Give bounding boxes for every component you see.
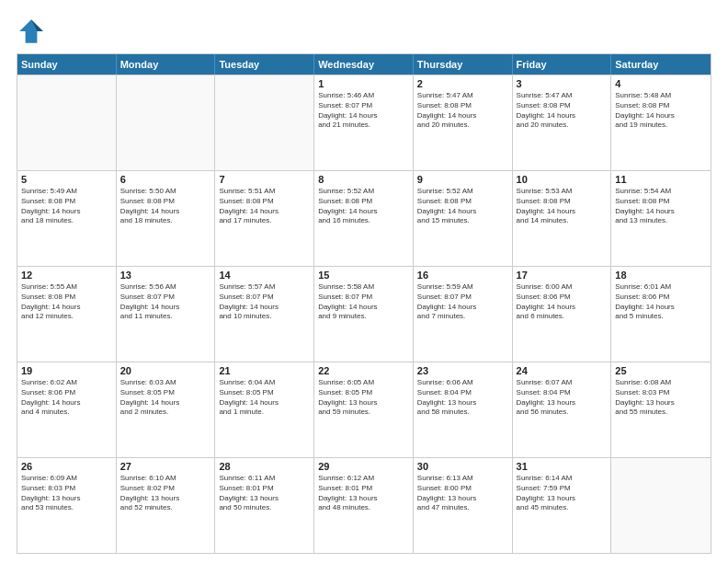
day-info: Sunrise: 6:00 AM Sunset: 8:06 PM Dayligh… <box>517 282 608 322</box>
calendar-body: 1Sunrise: 5:46 AM Sunset: 8:07 PM Daylig… <box>17 75 711 553</box>
header-day-wednesday: Wednesday <box>314 54 414 75</box>
day-number: 17 <box>517 270 608 281</box>
day-number: 12 <box>21 270 112 281</box>
calendar-day-2: 2Sunrise: 5:47 AM Sunset: 8:08 PM Daylig… <box>414 75 513 170</box>
day-number: 11 <box>615 174 707 185</box>
day-info: Sunrise: 5:58 AM Sunset: 8:07 PM Dayligh… <box>318 282 409 322</box>
day-info: Sunrise: 6:10 AM Sunset: 8:02 PM Dayligh… <box>120 474 211 513</box>
day-number: 3 <box>517 78 608 89</box>
day-number: 27 <box>120 461 211 472</box>
day-info: Sunrise: 6:01 AM Sunset: 8:06 PM Dayligh… <box>615 282 707 322</box>
calendar-day-5: 5Sunrise: 5:49 AM Sunset: 8:08 PM Daylig… <box>17 171 117 266</box>
day-number: 16 <box>417 270 508 281</box>
day-info: Sunrise: 6:11 AM Sunset: 8:01 PM Dayligh… <box>219 474 310 513</box>
calendar-header: SundayMondayTuesdayWednesdayThursdayFrid… <box>17 54 711 75</box>
day-number: 26 <box>21 461 112 472</box>
day-number: 19 <box>21 365 112 376</box>
calendar-day-3: 3Sunrise: 5:47 AM Sunset: 8:08 PM Daylig… <box>513 75 612 170</box>
day-number: 4 <box>615 78 707 89</box>
calendar-day-22: 22Sunrise: 6:05 AM Sunset: 8:05 PM Dayli… <box>314 362 414 457</box>
day-number: 23 <box>417 365 508 376</box>
header <box>17 17 711 46</box>
day-number: 2 <box>417 78 508 89</box>
day-info: Sunrise: 5:52 AM Sunset: 8:08 PM Dayligh… <box>318 187 409 226</box>
calendar-day-empty <box>117 75 216 170</box>
header-day-thursday: Thursday <box>414 54 513 75</box>
calendar-day-13: 13Sunrise: 5:56 AM Sunset: 8:07 PM Dayli… <box>117 267 216 362</box>
calendar-day-25: 25Sunrise: 6:08 AM Sunset: 8:03 PM Dayli… <box>611 362 711 457</box>
calendar-day-16: 16Sunrise: 5:59 AM Sunset: 8:07 PM Dayli… <box>414 267 513 362</box>
day-info: Sunrise: 5:57 AM Sunset: 8:07 PM Dayligh… <box>219 282 310 322</box>
day-number: 28 <box>219 461 310 472</box>
day-number: 22 <box>318 365 409 376</box>
day-info: Sunrise: 6:07 AM Sunset: 8:04 PM Dayligh… <box>517 378 608 418</box>
day-info: Sunrise: 6:09 AM Sunset: 8:03 PM Dayligh… <box>21 474 112 513</box>
day-info: Sunrise: 5:55 AM Sunset: 8:08 PM Dayligh… <box>21 282 112 322</box>
calendar-day-1: 1Sunrise: 5:46 AM Sunset: 8:07 PM Daylig… <box>314 75 414 170</box>
day-info: Sunrise: 6:05 AM Sunset: 8:05 PM Dayligh… <box>318 378 409 418</box>
day-number: 30 <box>417 461 508 472</box>
calendar-day-31: 31Sunrise: 6:14 AM Sunset: 7:59 PM Dayli… <box>513 458 612 553</box>
day-number: 1 <box>318 78 409 89</box>
day-info: Sunrise: 5:53 AM Sunset: 8:08 PM Dayligh… <box>517 187 608 226</box>
day-info: Sunrise: 5:49 AM Sunset: 8:08 PM Dayligh… <box>21 187 112 226</box>
day-number: 25 <box>615 365 707 376</box>
calendar-row-3: 12Sunrise: 5:55 AM Sunset: 8:08 PM Dayli… <box>17 266 711 362</box>
calendar-day-9: 9Sunrise: 5:52 AM Sunset: 8:08 PM Daylig… <box>414 171 513 266</box>
logo <box>17 17 50 46</box>
day-info: Sunrise: 6:04 AM Sunset: 8:05 PM Dayligh… <box>219 378 310 418</box>
calendar-day-4: 4Sunrise: 5:48 AM Sunset: 8:08 PM Daylig… <box>611 75 711 170</box>
day-info: Sunrise: 5:56 AM Sunset: 8:07 PM Dayligh… <box>120 282 211 322</box>
day-number: 10 <box>517 174 608 185</box>
calendar-day-18: 18Sunrise: 6:01 AM Sunset: 8:06 PM Dayli… <box>611 267 711 362</box>
day-info: Sunrise: 6:02 AM Sunset: 8:06 PM Dayligh… <box>21 378 112 418</box>
calendar-day-23: 23Sunrise: 6:06 AM Sunset: 8:04 PM Dayli… <box>414 362 513 457</box>
calendar-day-21: 21Sunrise: 6:04 AM Sunset: 8:05 PM Dayli… <box>215 362 314 457</box>
day-number: 5 <box>21 174 112 185</box>
calendar-day-27: 27Sunrise: 6:10 AM Sunset: 8:02 PM Dayli… <box>117 458 216 553</box>
day-number: 6 <box>120 174 211 185</box>
day-number: 14 <box>219 270 310 281</box>
day-info: Sunrise: 5:46 AM Sunset: 8:07 PM Dayligh… <box>318 91 409 131</box>
day-number: 20 <box>120 365 211 376</box>
day-number: 29 <box>318 461 409 472</box>
calendar-day-24: 24Sunrise: 6:07 AM Sunset: 8:04 PM Dayli… <box>513 362 612 457</box>
day-info: Sunrise: 6:14 AM Sunset: 7:59 PM Dayligh… <box>517 474 608 513</box>
calendar-day-8: 8Sunrise: 5:52 AM Sunset: 8:08 PM Daylig… <box>314 171 414 266</box>
day-info: Sunrise: 5:48 AM Sunset: 8:08 PM Dayligh… <box>615 91 707 131</box>
day-info: Sunrise: 5:52 AM Sunset: 8:08 PM Dayligh… <box>417 187 508 226</box>
day-info: Sunrise: 6:06 AM Sunset: 8:04 PM Dayligh… <box>417 378 508 418</box>
calendar-row-1: 1Sunrise: 5:46 AM Sunset: 8:07 PM Daylig… <box>17 75 711 170</box>
calendar-day-20: 20Sunrise: 6:03 AM Sunset: 8:05 PM Dayli… <box>117 362 216 457</box>
day-number: 9 <box>417 174 508 185</box>
calendar-day-29: 29Sunrise: 6:12 AM Sunset: 8:01 PM Dayli… <box>314 458 414 553</box>
day-info: Sunrise: 6:12 AM Sunset: 8:01 PM Dayligh… <box>318 474 409 513</box>
day-number: 13 <box>120 270 211 281</box>
day-info: Sunrise: 6:08 AM Sunset: 8:03 PM Dayligh… <box>615 378 707 418</box>
day-info: Sunrise: 6:03 AM Sunset: 8:05 PM Dayligh… <box>120 378 211 418</box>
calendar-day-empty <box>215 75 314 170</box>
day-info: Sunrise: 5:50 AM Sunset: 8:08 PM Dayligh… <box>120 187 211 226</box>
day-number: 18 <box>615 270 707 281</box>
day-info: Sunrise: 5:47 AM Sunset: 8:08 PM Dayligh… <box>517 91 608 131</box>
header-day-friday: Friday <box>513 54 612 75</box>
calendar-day-14: 14Sunrise: 5:57 AM Sunset: 8:07 PM Dayli… <box>215 267 314 362</box>
calendar-row-2: 5Sunrise: 5:49 AM Sunset: 8:08 PM Daylig… <box>17 170 711 266</box>
calendar-day-12: 12Sunrise: 5:55 AM Sunset: 8:08 PM Dayli… <box>17 267 117 362</box>
calendar-day-11: 11Sunrise: 5:54 AM Sunset: 8:08 PM Dayli… <box>611 171 711 266</box>
calendar-row-4: 19Sunrise: 6:02 AM Sunset: 8:06 PM Dayli… <box>17 362 711 457</box>
page: SundayMondayTuesdayWednesdayThursdayFrid… <box>0 0 728 563</box>
header-day-monday: Monday <box>117 54 216 75</box>
calendar-row-5: 26Sunrise: 6:09 AM Sunset: 8:03 PM Dayli… <box>17 457 711 553</box>
day-number: 24 <box>517 365 608 376</box>
calendar-day-7: 7Sunrise: 5:51 AM Sunset: 8:08 PM Daylig… <box>215 171 314 266</box>
day-number: 7 <box>219 174 310 185</box>
day-number: 8 <box>318 174 409 185</box>
header-day-saturday: Saturday <box>611 54 711 75</box>
calendar-day-6: 6Sunrise: 5:50 AM Sunset: 8:08 PM Daylig… <box>117 171 216 266</box>
day-number: 15 <box>318 270 409 281</box>
calendar-day-26: 26Sunrise: 6:09 AM Sunset: 8:03 PM Dayli… <box>17 458 117 553</box>
calendar: SundayMondayTuesdayWednesdayThursdayFrid… <box>17 53 711 554</box>
header-day-sunday: Sunday <box>17 54 117 75</box>
calendar-day-empty <box>611 458 711 553</box>
